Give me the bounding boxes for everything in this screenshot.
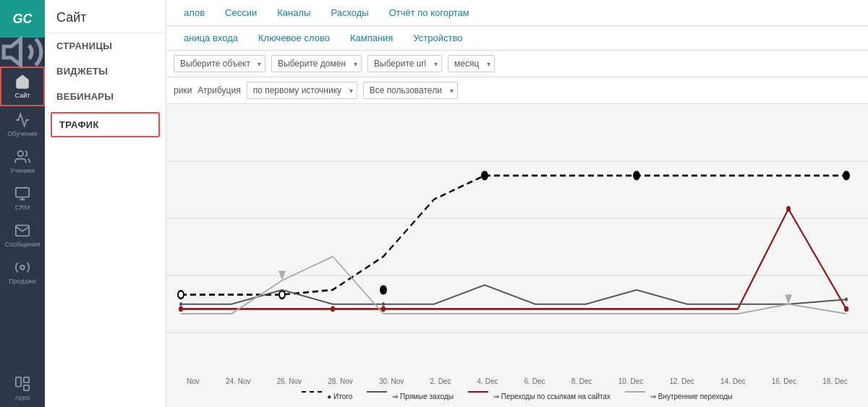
svg-point-13 [178,291,184,299]
chart-area: Nov 24. Nov 26. Nov 28. Nov 30. Nov 2. D… [166,104,868,407]
left-menu-widgets[interactable]: ВИДЖЕТЫ [45,59,166,84]
metrics-row: рики Атрибуция по первому источнику Все … [166,77,868,104]
svg-point-14 [279,291,285,299]
chart-legend: ● Итого ⇒ Прямые заходы ⇒ Переходы по сс… [166,391,868,401]
users-select[interactable]: Все пользователи [363,82,458,99]
tab-campaign[interactable]: Кампания [340,27,404,49]
domain-select[interactable]: Выберите домен [271,55,362,72]
legend-internal: ⇒ Внутренние переходы [625,391,733,401]
period-select-wrapper[interactable]: месяц [448,55,495,72]
svg-point-1 [18,151,23,156]
svg-point-16 [482,172,488,180]
metrics-label-partial: рики [174,85,192,95]
sidebar-item-messages[interactable]: Сообщения [0,217,45,254]
svg-marker-0 [4,39,20,65]
legend-referral: ⇒ Переходы по ссылкам на сайтах [468,391,610,401]
x-label-1: 24. Nov [226,377,250,385]
svg-rect-6 [16,377,21,387]
svg-point-23 [844,306,848,312]
x-label-13: 18. Dec [822,377,847,385]
left-menu-traffic[interactable]: ТРАФИК [51,112,160,137]
sidebar-item-apps[interactable]: Apps [0,370,45,407]
tab-keyword[interactable]: Ключевое слово [248,27,340,49]
filters-row: Выберите объект Выберите домен Выберите … [166,51,868,77]
period-select[interactable]: месяц [448,55,495,72]
attribution-select-wrapper[interactable]: по первому источнику [247,82,357,99]
sidebar-item-students-label: Ученики [10,167,35,174]
x-label-10: 12. Dec [669,377,694,385]
sidebar: GC Сайт Обучение Ученики [0,0,45,407]
object-select-wrapper[interactable]: Выберите объект [174,55,265,72]
svg-rect-7 [24,377,29,382]
x-label-6: 4. Dec [477,377,498,385]
svg-point-22 [786,206,791,212]
svg-point-25 [382,302,385,306]
svg-rect-8 [24,385,29,390]
x-label-3: 28. Nov [328,377,352,385]
tabs-row1: алов Сессии Каналы Расходы Отчёт по кого… [166,0,868,26]
svg-point-20 [331,306,335,312]
sidebar-item-site[interactable]: Сайт [0,67,45,106]
sidebar-item-messages-label: Сообщения [5,241,41,248]
url-select-wrapper[interactable]: Выберите url [367,55,442,72]
tab-entry-page[interactable]: аница входа [174,27,248,49]
svg-rect-2 [16,188,29,197]
svg-point-18 [843,172,849,180]
x-label-11: 14. Dec [720,377,745,385]
x-axis: Nov 24. Nov 26. Nov 28. Nov 30. Nov 2. D… [166,377,868,385]
left-panel-title: Сайт [45,0,166,33]
svg-point-15 [380,286,386,294]
tab-device[interactable]: Устройство [403,27,472,49]
attribution-select[interactable]: по первому источнику [247,82,357,99]
svg-point-26 [845,298,848,301]
object-select[interactable]: Выберите объект [174,55,265,72]
svg-point-24 [179,302,182,306]
x-label-4: 30. Nov [379,377,404,385]
x-label-2: 26. Nov [277,377,302,385]
sidebar-item-learning[interactable]: Обучение [0,106,45,143]
sidebar-item-students[interactable]: Ученики [0,143,45,180]
left-menu-pages[interactable]: СТРАНИЦЫ [45,33,166,59]
svg-point-5 [20,265,25,270]
legend-direct: ⇒ Прямые заходы [367,391,454,401]
sidebar-item-sales[interactable]: Продажи [0,254,45,291]
tab-cohorts[interactable]: Отчёт по когортам [379,1,480,24]
tabs-row2: аница входа Ключевое слово Кампания Устр… [166,26,868,51]
audio-icon[interactable] [0,38,45,67]
x-label-5: 2. Dec [430,377,451,385]
main-content: алов Сессии Каналы Расходы Отчёт по кого… [166,0,868,407]
sidebar-item-sales-label: Продажи [9,278,36,285]
x-label-12: 16. Dec [772,377,796,385]
tab-expenses[interactable]: Расходы [320,1,378,24]
sidebar-item-crm-label: CRM [15,204,30,211]
left-panel: Сайт СТРАНИЦЫ ВИДЖЕТЫ ВЕБИНАРЫ ТРАФИК [45,0,166,407]
attribution-label: Атрибуция [197,85,240,95]
x-label-9: 10. Dec [618,377,643,385]
domain-select-wrapper[interactable]: Выберите домен [271,55,362,72]
tab-sessions[interactable]: Сессии [215,1,267,24]
x-label-8: 8. Dec [571,377,592,385]
left-menu-webinars[interactable]: ВЕБИНАРЫ [45,84,166,109]
x-label-0: Nov [187,377,200,385]
sidebar-item-crm[interactable]: CRM [0,180,45,217]
svg-marker-28 [785,295,792,304]
sidebar-item-apps-label: Apps [15,394,30,401]
svg-point-21 [381,306,386,312]
svg-point-19 [179,306,183,312]
sidebar-item-site-label: Сайт [15,92,30,99]
url-select[interactable]: Выберите url [367,55,442,72]
svg-point-17 [634,172,639,180]
tab-channels-partial[interactable]: алов [174,1,215,24]
legend-total: ● Итого [302,391,352,401]
tab-channels[interactable]: Каналы [267,1,320,24]
x-label-7: 6. Dec [524,377,545,385]
users-select-wrapper[interactable]: Все пользователи [363,82,458,99]
chart-svg [166,104,868,371]
sidebar-item-learning-label: Обучение [7,130,37,137]
